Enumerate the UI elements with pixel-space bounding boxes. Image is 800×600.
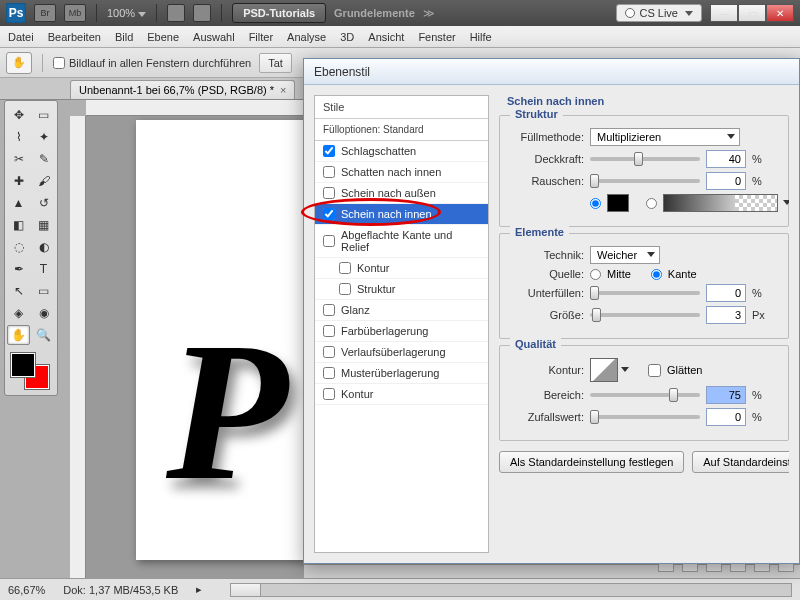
stamp-tool-icon[interactable]: ▲ [7, 193, 30, 213]
styles-header[interactable]: Stile [315, 96, 488, 119]
close-tab-icon[interactable]: × [280, 84, 286, 96]
3d-camera-icon[interactable]: ◉ [32, 303, 55, 323]
dialog-titlebar[interactable]: Ebenenstil [304, 59, 799, 85]
crop-tool-icon[interactable]: ✂ [7, 149, 30, 169]
style-checkbox[interactable] [339, 283, 351, 295]
style-checkbox[interactable] [323, 166, 335, 178]
lasso-tool-icon[interactable]: ⌇ [7, 127, 30, 147]
scroll-all-windows-checkbox[interactable]: Bildlauf in allen Fenstern durchführen [53, 57, 251, 69]
foreground-color-swatch[interactable] [11, 353, 35, 377]
blending-options-row[interactable]: Fülloptionen: Standard [315, 119, 488, 141]
maximize-button[interactable]: ▭ [738, 4, 766, 22]
eraser-tool-icon[interactable]: ◧ [7, 215, 30, 235]
size-slider[interactable] [590, 313, 700, 317]
noise-slider[interactable] [590, 179, 700, 183]
style-item-9[interactable]: Verlaufsüberlagerung [315, 342, 488, 363]
pen-tool-icon[interactable]: ✒ [7, 259, 30, 279]
minibridge-button[interactable]: Mb [64, 4, 86, 22]
style-checkbox[interactable] [323, 235, 335, 247]
menu-bild[interactable]: Bild [115, 31, 133, 43]
size-input[interactable]: 3 [706, 306, 746, 324]
zoom-dropdown[interactable]: 100% [107, 7, 146, 19]
status-doc-info[interactable]: Dok: 1,37 MB/453,5 KB [63, 584, 178, 596]
style-item-11[interactable]: Kontur [315, 384, 488, 405]
noise-input[interactable]: 0 [706, 172, 746, 190]
menu-auswahl[interactable]: Auswahl [193, 31, 235, 43]
contour-picker[interactable] [590, 358, 618, 382]
heal-tool-icon[interactable]: ✚ [7, 171, 30, 191]
color-swatch[interactable] [607, 194, 629, 212]
source-center-radio[interactable] [590, 269, 601, 280]
color-radio[interactable] [590, 198, 601, 209]
screenmode-icon[interactable] [193, 4, 211, 22]
reset-default-button[interactable]: Auf Standardeinstellun [692, 451, 789, 473]
style-item-3[interactable]: Schein nach innen [315, 204, 488, 225]
status-zoom[interactable]: 66,67% [8, 584, 45, 596]
gradient-radio[interactable] [646, 198, 657, 209]
hand-tool-icon[interactable]: ✋ [7, 325, 30, 345]
style-item-6[interactable]: Struktur [315, 279, 488, 300]
menu-bearbeiten[interactable]: Bearbeiten [48, 31, 101, 43]
scroll-all-checkbox-input[interactable] [53, 57, 65, 69]
style-checkbox[interactable] [323, 367, 335, 379]
workspace-psd-tutorials[interactable]: PSD-Tutorials [232, 3, 326, 23]
color-wells[interactable] [7, 351, 55, 391]
jitter-slider[interactable] [590, 415, 700, 419]
scrollbar-thumb[interactable] [231, 584, 261, 596]
style-item-0[interactable]: Schlagschatten [315, 141, 488, 162]
menu-datei[interactable]: Datei [8, 31, 34, 43]
blendmode-dropdown[interactable]: Multiplizieren [590, 128, 740, 146]
bridge-button[interactable]: Br [34, 4, 56, 22]
horizontal-scrollbar[interactable] [230, 583, 792, 597]
history-brush-icon[interactable]: ↺ [32, 193, 55, 213]
style-checkbox[interactable] [323, 208, 335, 220]
style-checkbox[interactable] [323, 145, 335, 157]
style-item-2[interactable]: Schein nach außen [315, 183, 488, 204]
style-checkbox[interactable] [323, 325, 335, 337]
choke-slider[interactable] [590, 291, 700, 295]
menu-3d[interactable]: 3D [340, 31, 354, 43]
brush-tool-icon[interactable]: 🖌 [32, 171, 55, 191]
zoom-tool-icon[interactable]: 🔍 [32, 325, 55, 345]
type-tool-icon[interactable]: T [32, 259, 55, 279]
opacity-slider[interactable] [590, 157, 700, 161]
blur-tool-icon[interactable]: ◌ [7, 237, 30, 257]
technique-dropdown[interactable]: Weicher [590, 246, 660, 264]
close-button[interactable]: ✕ [766, 4, 794, 22]
move-tool-icon[interactable]: ✥ [7, 105, 30, 125]
workspace-grundelemente[interactable]: Grundelemente [334, 7, 415, 19]
status-arrow-icon[interactable]: ▸ [196, 583, 202, 596]
style-checkbox[interactable] [323, 388, 335, 400]
cslive-button[interactable]: CS Live [616, 4, 702, 22]
dodge-tool-icon[interactable]: ◐ [32, 237, 55, 257]
path-select-icon[interactable]: ↖ [7, 281, 30, 301]
style-item-10[interactable]: Musterüberlagerung [315, 363, 488, 384]
3d-tool-icon[interactable]: ◈ [7, 303, 30, 323]
style-checkbox[interactable] [339, 262, 351, 274]
style-item-7[interactable]: Glanz [315, 300, 488, 321]
marquee-tool-icon[interactable]: ▭ [32, 105, 55, 125]
eyedropper-tool-icon[interactable]: ✎ [32, 149, 55, 169]
style-item-1[interactable]: Schatten nach innen [315, 162, 488, 183]
range-slider[interactable] [590, 393, 700, 397]
menu-fenster[interactable]: Fenster [418, 31, 455, 43]
jitter-input[interactable]: 0 [706, 408, 746, 426]
opacity-input[interactable]: 40 [706, 150, 746, 168]
minimize-button[interactable]: — [710, 4, 738, 22]
menu-hilfe[interactable]: Hilfe [470, 31, 492, 43]
menu-analyse[interactable]: Analyse [287, 31, 326, 43]
range-input[interactable]: 75 [706, 386, 746, 404]
style-item-4[interactable]: Abgeflachte Kante und Relief [315, 225, 488, 258]
style-checkbox[interactable] [323, 187, 335, 199]
style-checkbox[interactable] [323, 304, 335, 316]
style-item-5[interactable]: Kontur [315, 258, 488, 279]
actual-pixels-button[interactable]: Tat [259, 53, 292, 73]
choke-input[interactable]: 0 [706, 284, 746, 302]
hand-tool-icon[interactable]: ✋ [6, 52, 32, 74]
make-default-button[interactable]: Als Standardeinstellung festlegen [499, 451, 684, 473]
style-checkbox[interactable] [323, 346, 335, 358]
wand-tool-icon[interactable]: ✦ [32, 127, 55, 147]
document-tab[interactable]: Unbenannt-1 bei 66,7% (PSD, RGB/8) * × [70, 80, 295, 99]
antialias-checkbox[interactable] [648, 364, 661, 377]
menu-ansicht[interactable]: Ansicht [368, 31, 404, 43]
